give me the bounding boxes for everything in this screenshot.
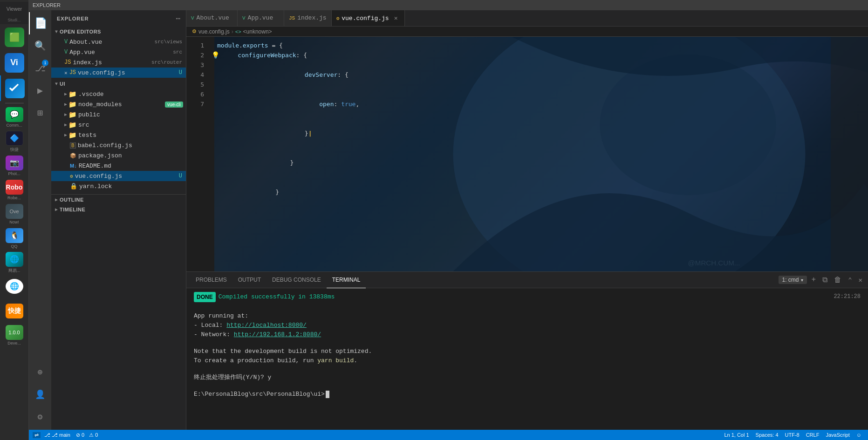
app-icon-net[interactable]: 🌐 网易... — [0, 250, 29, 275]
js-icon-tab-vueconfig: ⚙ — [336, 15, 340, 21]
public-folder-item[interactable]: ▶ 📁 public — [51, 109, 186, 120]
app-icon-robo[interactable]: Robo Robe... — [0, 178, 29, 202]
app-icon-1[interactable]: 🟩 — [0, 24, 29, 50]
lightbulb-icon[interactable]: 💡 — [212, 50, 219, 60]
terminal-content[interactable]: 22:21:28 DONE Compiled successfully in 1… — [186, 288, 868, 430]
app-icon-kuai[interactable]: 快捷 — [0, 299, 29, 323]
scm-badge: 1 — [42, 60, 48, 66]
ui-section-chevron: ▼ — [55, 81, 58, 87]
babel-config-item[interactable]: B babel.config.js — [51, 140, 186, 150]
status-spaces[interactable]: Spaces: 4 — [753, 432, 781, 438]
code-content[interactable]: module.exports = { 💡 configureWebpack: {… — [210, 37, 831, 271]
app-icon-photo[interactable]: 📷 Phot... — [0, 154, 29, 178]
ui-section-label: UI — [60, 81, 65, 87]
ui-section-header[interactable]: ▼ UI — [51, 79, 186, 89]
explorer-activity-icon[interactable]: 📄 — [29, 12, 51, 34]
app-icon-dev[interactable]: 1.0.0 Deve... — [0, 323, 29, 347]
status-warnings[interactable]: ⚠ 0 — [87, 432, 100, 438]
editor-content: @MRCH.CUM... 1 2 3 4 5 6 7 — [186, 37, 868, 430]
explorer-header: EXPLORER ⋯ — [51, 10, 186, 27]
status-language[interactable]: JavaScript — [823, 432, 852, 438]
title-bar: EXPLORER — [29, 0, 868, 10]
status-git[interactable]: ⎇ ⎇ main — [41, 432, 73, 438]
status-eol[interactable]: CRLF — [803, 432, 822, 438]
tab-vueconfig-close[interactable]: ✕ — [392, 14, 400, 22]
index-js-path: src\router — [151, 60, 182, 65]
output-tab[interactable]: OUTPUT — [232, 272, 267, 288]
more-icon[interactable]: ⋯ — [176, 14, 180, 23]
yarn-lock-item[interactable]: 🔒 yarn.lock — [51, 181, 186, 191]
open-editor-vueconfig[interactable]: ✕ JS vue.config.js U — [51, 68, 186, 78]
local-url[interactable]: http://localhost:8080/ — [226, 322, 307, 329]
status-remote[interactable]: ⇌ — [33, 432, 41, 438]
app-icon-comm[interactable]: 💬 Comm... — [0, 105, 29, 129]
lock-icon: 🔒 — [70, 183, 77, 190]
about-vue-path: src\views — [155, 39, 182, 45]
panel-tab-bar: PROBLEMS OUTPUT DEBUG CONSOLE TERMINAL — [186, 272, 868, 288]
vscode-folder-item[interactable]: ▶ 📁 .vscode — [51, 89, 186, 99]
tab-index[interactable]: JS index.js — [284, 10, 332, 26]
spaces-text: Spaces: 4 — [756, 432, 779, 438]
vueconfig-file-item[interactable]: ⚙ vue.config.js U — [51, 171, 186, 181]
delete-terminal-icon[interactable]: 🗑 — [832, 275, 843, 285]
remote-activity-icon[interactable]: ⊕ — [29, 361, 51, 383]
run-activity-icon[interactable]: ▶ — [29, 79, 51, 102]
maximize-panel-icon[interactable]: ⌃ — [846, 275, 854, 285]
timeline-header[interactable]: ▶ TIMELINE — [51, 204, 186, 215]
open-editor-about[interactable]: V About.vue src\views — [51, 37, 186, 47]
vue-icon-about: V — [64, 39, 68, 45]
status-ln-col[interactable]: Ln 1, Col 1 — [721, 432, 752, 438]
src-folder-item[interactable]: ▶ 📁 src — [51, 120, 186, 130]
app-icon-vscode[interactable] — [0, 75, 29, 101]
breadcrumb-segment: <unknown> — [243, 28, 272, 35]
open-editor-app[interactable]: V App.vue src — [51, 47, 186, 57]
split-terminal-icon[interactable]: ⧉ — [820, 275, 829, 285]
app-icon-ove[interactable]: Ove Now! — [0, 202, 29, 226]
debug-console-tab[interactable]: DEBUG CONSOLE — [267, 272, 327, 288]
terminal-selector[interactable]: 1: cmd ▾ — [779, 276, 807, 284]
settings-activity-icon[interactable]: ⚙ — [29, 406, 51, 428]
scm-activity-icon[interactable]: ⎇ 1 — [29, 57, 51, 79]
status-feedback[interactable]: ☺ — [854, 432, 864, 438]
status-encoding[interactable]: UTF-8 — [782, 432, 802, 438]
explorer-header-icons[interactable]: ⋯ — [176, 14, 180, 23]
code-editor[interactable]: @MRCH.CUM... 1 2 3 4 5 6 7 — [186, 37, 868, 271]
app-icon-qq[interactable]: 🐧 QQ — [0, 226, 29, 250]
tests-folder-item[interactable]: ▶ 📁 tests — [51, 130, 186, 140]
new-terminal-icon[interactable]: + — [810, 275, 818, 285]
code-line-4: open: true, — [210, 89, 831, 119]
account-activity-icon[interactable]: 👤 — [29, 383, 51, 406]
timeline-label: TIMELINE — [60, 207, 85, 212]
app-icon-2[interactable]: Vi — [0, 50, 29, 75]
status-errors[interactable]: ⊘ 0 — [74, 432, 86, 438]
open-editors-header[interactable]: ▼ OPEN EDITORS — [51, 27, 186, 37]
dropdown-arrow: ▾ — [801, 278, 803, 283]
outline-label: OUTLINE — [60, 197, 84, 203]
code-line-7: } — [210, 177, 831, 207]
close-panel-icon[interactable]: ✕ — [857, 275, 864, 285]
terminal-tab[interactable]: TERMINAL — [327, 272, 366, 288]
minimap — [831, 37, 868, 271]
breadcrumb-sep: › — [232, 28, 233, 35]
package-json-item[interactable]: 📦 package.json — [51, 150, 186, 161]
tab-about[interactable]: V About.vue — [186, 10, 238, 26]
extensions-activity-icon[interactable]: ⊞ — [29, 102, 51, 124]
app-icon-3[interactable]: 🔷 快捷 — [0, 129, 29, 154]
network-url[interactable]: http://192.168.1.2:8080/ — [234, 331, 321, 338]
js-config-icon: ⚙ — [70, 173, 73, 179]
readme-item[interactable]: M↓ README.md — [51, 161, 186, 171]
open-editor-index[interactable]: JS index.js src\router — [51, 57, 186, 68]
tab-app[interactable]: V App.vue — [238, 10, 284, 26]
problems-tab[interactable]: PROBLEMS — [190, 272, 232, 288]
close-icon-vueconfig[interactable]: ✕ — [64, 70, 68, 76]
terminal-network: - Network: http://192.168.1.2:8080/ — [194, 330, 861, 339]
panel: PROBLEMS OUTPUT DEBUG CONSOLE TERMINAL — [186, 271, 868, 430]
node-modules-item[interactable]: ▶ 📁 node_modules vue-cli — [51, 99, 186, 109]
tab-vueconfig[interactable]: ⚙ vue.config.js ✕ — [332, 10, 405, 26]
tests-folder-name: tests — [78, 132, 96, 139]
breadcrumb-file-icon: ⚙ — [192, 28, 197, 34]
terminal-blank1 — [194, 304, 861, 311]
app-icon-chrome[interactable]: 🌐 — [0, 275, 29, 299]
outline-header[interactable]: ▶ OUTLINE — [51, 194, 186, 204]
search-activity-icon[interactable]: 🔍 — [29, 34, 51, 57]
